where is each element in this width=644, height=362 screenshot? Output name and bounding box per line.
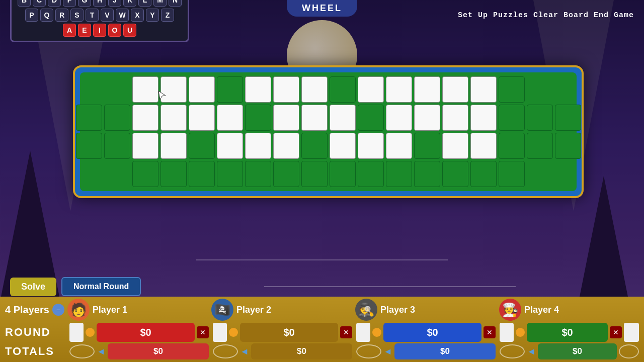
p2-x-button[interactable]: ✕ (340, 326, 352, 338)
vowels-row: A E I O U (18, 24, 182, 37)
cell[interactable] (189, 105, 215, 131)
action-bar: Solve Normal Round (0, 274, 644, 299)
p4-total-oval (500, 344, 525, 358)
player-3-total: ◄ $0 (356, 343, 496, 359)
cell[interactable] (132, 105, 158, 131)
cell[interactable] (470, 133, 497, 159)
p3-x-button[interactable]: ✕ (484, 326, 496, 338)
cell (301, 161, 328, 187)
p2-arrow-icon: ◄ (240, 346, 249, 357)
cell[interactable] (470, 76, 497, 103)
totals-row: TOTALS ◄ $0 ◄ $0 ◄ (5, 343, 639, 359)
letter-U: U (123, 24, 136, 37)
cell (499, 76, 525, 103)
letter-A: A (63, 24, 76, 37)
p2-total-amount: $0 (251, 343, 352, 359)
player-3-header: 🕵️ Player 3 (355, 299, 495, 321)
cell (104, 105, 130, 131)
cell[interactable] (442, 133, 468, 159)
cell[interactable] (132, 76, 158, 103)
cell[interactable] (217, 133, 243, 159)
clear-board-button[interactable]: Clear Board (533, 11, 589, 20)
player-2-round: $0 ✕ (213, 323, 352, 342)
cell[interactable] (160, 105, 187, 131)
cell[interactable] (217, 105, 243, 131)
cell[interactable] (414, 76, 440, 103)
player-4-total: ◄ $0 (500, 343, 639, 359)
p4-arrow-icon: ◄ (527, 346, 536, 357)
cell (358, 105, 384, 131)
letter-board: B C D F G H J K L M N P Q R S T V W X Y … (10, 0, 189, 42)
player-1-round: $0 ✕ (69, 323, 209, 342)
p4-extra-box (624, 323, 639, 342)
p3-total-oval (356, 344, 381, 358)
letter-D: D (48, 0, 61, 7)
cell[interactable] (386, 105, 412, 131)
p4-x-button[interactable]: ✕ (610, 326, 622, 338)
cell[interactable] (273, 105, 299, 131)
cell (245, 161, 271, 187)
cell[interactable] (301, 76, 328, 103)
p1-coin (86, 328, 95, 337)
letter-V: V (101, 9, 114, 22)
board-outer-frame (73, 65, 584, 198)
cell[interactable] (330, 133, 356, 159)
cell[interactable] (273, 133, 299, 159)
cell[interactable] (301, 105, 328, 131)
p4-extra-oval (619, 344, 639, 358)
player-2-name: Player 2 (236, 305, 271, 315)
cell[interactable] (330, 105, 356, 131)
round-type-button[interactable]: Normal Round (61, 277, 141, 296)
p3-total-amount: $0 (394, 343, 496, 359)
players-names-row: 🧑 Player 1 🏴‍☠️ Player 2 🕵️ Player 3 🧑‍🍳… (67, 299, 639, 321)
cell[interactable] (245, 133, 271, 159)
action-separator (264, 286, 516, 287)
player-3-name: Player 3 (380, 305, 415, 315)
cell[interactable] (160, 133, 187, 159)
end-game-button[interactable]: End Game (594, 11, 634, 20)
p4-round-amount: $0 (527, 323, 608, 342)
top-bar: B C D F G H J K L M N P Q R S T V W X Y … (0, 0, 644, 30)
cell[interactable] (189, 76, 215, 103)
p1-x-button[interactable]: ✕ (197, 326, 209, 338)
cell (189, 161, 215, 187)
cell[interactable] (160, 76, 187, 103)
cell (273, 161, 299, 187)
cell (301, 133, 328, 159)
board-row-1 (84, 76, 573, 103)
cell[interactable] (470, 105, 497, 131)
solve-button[interactable]: Solve (10, 278, 56, 296)
cell[interactable] (414, 105, 440, 131)
player-4-header: 🧑‍🍳 Player 4 (499, 299, 639, 321)
cell (555, 133, 581, 159)
setup-puzzles-button[interactable]: Set Up Puzzles (458, 11, 528, 20)
totals-label: TOTALS (5, 345, 65, 358)
p1-arrow-icon: ◄ (97, 346, 106, 357)
cell[interactable] (386, 133, 412, 159)
cell[interactable] (273, 76, 299, 103)
cell[interactable] (358, 133, 384, 159)
cell[interactable] (132, 133, 158, 159)
player-4-round: $0 ✕ (500, 323, 639, 342)
cell[interactable] (442, 76, 468, 103)
letter-P: P (25, 9, 38, 22)
letter-S: S (70, 9, 84, 22)
player-2-total: ◄ $0 (213, 343, 352, 359)
cell[interactable] (245, 76, 271, 103)
totals-amounts-grid: ◄ $0 ◄ $0 ◄ $0 (69, 343, 639, 359)
p4-round-box (500, 323, 514, 342)
p2-round-amount: $0 (240, 323, 338, 342)
letter-Z: Z (161, 9, 174, 22)
players-subtract-icon[interactable]: − (52, 304, 64, 316)
round-label: ROUND (5, 326, 65, 339)
cell (555, 105, 581, 131)
player-1-total: ◄ $0 (69, 343, 209, 359)
p2-coin (229, 328, 238, 337)
player-1-name: Player 1 (93, 305, 127, 315)
cell[interactable] (386, 76, 412, 103)
cell[interactable] (358, 76, 384, 103)
player-2-avatar: 🏴‍☠️ (211, 299, 233, 321)
letter-W: W (116, 9, 129, 22)
cell[interactable] (442, 105, 468, 131)
cell (330, 76, 356, 103)
